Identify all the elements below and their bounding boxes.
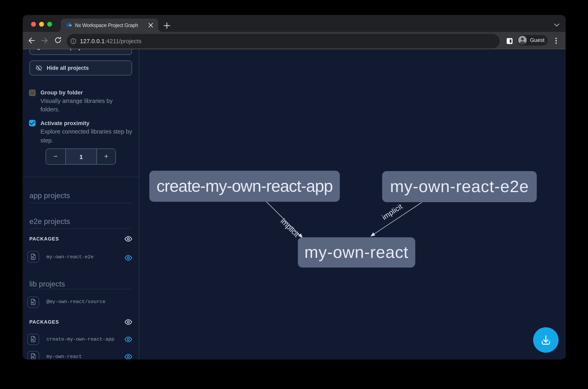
svg-text:implicit: implicit xyxy=(279,217,301,238)
svg-text:implicit: implicit xyxy=(380,202,404,221)
